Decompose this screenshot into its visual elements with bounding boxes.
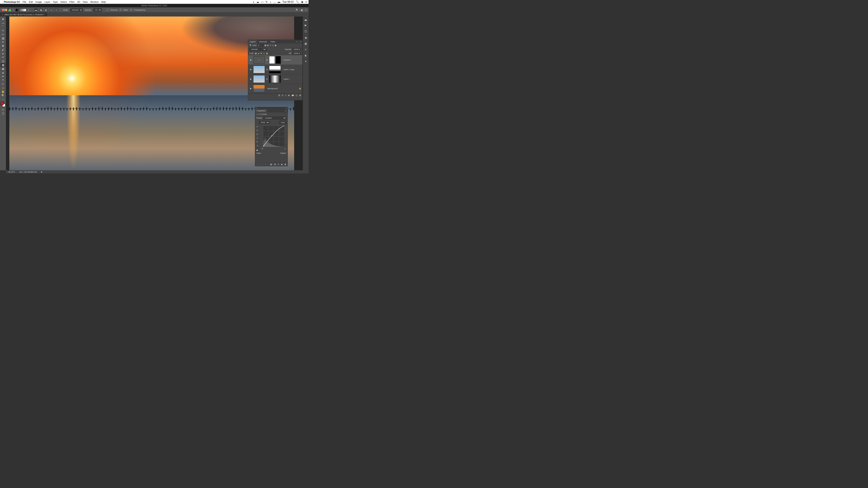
marquee-tool[interactable]: ▭ [0, 21, 5, 25]
new-group-icon[interactable]: 📁 [291, 94, 294, 96]
reset-icon[interactable]: ↻ [278, 163, 279, 165]
wifi-icon[interactable]: ⏚ [270, 0, 271, 3]
menu-layer[interactable]: Layer [44, 1, 51, 3]
spotlight-icon[interactable]: 🔍 [296, 0, 299, 3]
gradient-angle-button[interactable]: ◐ [44, 8, 48, 11]
filter-adjust-icon[interactable]: ◐ [267, 44, 269, 46]
clock[interactable]: Tue 08:02 [282, 0, 294, 3]
transparency-checkbox[interactable] [130, 9, 132, 11]
adjustments-icon[interactable]: ◐ [305, 54, 307, 57]
layer-row[interactable]: ◉ ⛓ Layer 1 copy [248, 65, 302, 74]
mask-thumbnail[interactable] [269, 66, 281, 73]
curves-channel-select[interactable]: RGB [259, 121, 270, 124]
crop-tool[interactable]: ✂ [0, 33, 5, 36]
menu-edit[interactable]: Edit [29, 1, 33, 3]
layer-name[interactable]: Layer 1 copy [283, 68, 294, 70]
close-tab-icon[interactable]: × [2, 13, 3, 16]
edit-curve-icon[interactable]: ∿ [256, 137, 258, 139]
eyedropper-tool[interactable]: ✐ [0, 40, 5, 44]
layers-icon[interactable]: ≡ [305, 48, 306, 51]
gradient-diamond-button[interactable]: ◇ [55, 8, 58, 11]
app-name[interactable]: Photoshop CC [4, 1, 20, 3]
brush-tool[interactable]: 🖌 [0, 48, 5, 52]
layer-thumbnail[interactable] [253, 66, 265, 73]
frame-tool[interactable]: ▧ [0, 36, 5, 40]
dither-checkbox[interactable] [120, 9, 122, 11]
visibility-toggle[interactable]: ◉ [249, 78, 252, 80]
lock-pixels-icon[interactable]: 🖌 [258, 52, 259, 55]
panel-menu-icon[interactable]: ≡ [299, 41, 302, 43]
mask-thumbnail[interactable] [269, 75, 281, 83]
menu-help[interactable]: Help [101, 1, 106, 3]
tab-paths[interactable]: Paths [269, 40, 277, 43]
lock-position-icon[interactable]: ✥ [260, 52, 262, 55]
color-icon[interactable]: ◉ [305, 36, 307, 39]
zoom-level[interactable]: 66.67% [8, 171, 15, 173]
menu-view[interactable]: View [83, 1, 88, 3]
layer-opacity-input[interactable]: 100% ▾ [292, 48, 301, 51]
gradient-radial-button[interactable]: ◉ [39, 8, 43, 11]
add-mask-icon[interactable]: ◻ [285, 94, 286, 96]
move-tool[interactable]: ✥ [0, 18, 5, 21]
layer-row[interactable]: ◉ ⛓ Layer 1 [248, 74, 302, 84]
zoom-tool[interactable]: 🔍 [0, 94, 5, 97]
adjustment-thumbnail[interactable]: ⎃ [253, 56, 265, 64]
tab-properties[interactable]: Properties [255, 109, 267, 112]
wifi-signal-icon[interactable]: ◡ [273, 0, 276, 3]
view-previous-icon[interactable]: ⛓ [274, 163, 276, 165]
blend-mode-select[interactable]: Normal [70, 8, 83, 12]
sync-icon[interactable]: ↻ [266, 0, 268, 3]
panel-collapse-icon[interactable]: « [286, 107, 287, 109]
share-icon[interactable]: ⇧ [305, 9, 307, 11]
visibility-toggle[interactable]: ◉ [249, 68, 252, 70]
quick-mask-tool[interactable]: ◻ [0, 107, 5, 111]
layer-thumbnail[interactable] [253, 75, 265, 83]
display-icon[interactable]: ▭ [261, 0, 264, 3]
clone-stamp-tool[interactable]: ⧇ [0, 52, 5, 56]
layer-name[interactable]: Background [268, 88, 278, 90]
notification-center-icon[interactable]: ≡ [305, 0, 307, 3]
link-icon[interactable]: ⛓ [266, 78, 268, 80]
white-slider[interactable]: △ [284, 148, 285, 150]
lock-all-icon[interactable]: 🔒 [266, 52, 268, 55]
cloud-icon[interactable]: ☁ [256, 0, 259, 3]
reverse-checkbox[interactable] [107, 9, 109, 11]
visibility-toggle[interactable]: ◉ [249, 59, 252, 61]
eraser-tool[interactable]: ◫ [0, 59, 5, 63]
menu-file[interactable]: File [23, 1, 26, 3]
lock-artboard-icon[interactable]: ▢ [263, 52, 265, 55]
menu-type[interactable]: Type [53, 1, 58, 3]
layer-row[interactable]: ◉ Background 🔒 [248, 84, 302, 93]
quick-select-tool[interactable]: ✎ [0, 29, 5, 33]
dodge-tool[interactable]: ▲ [0, 71, 5, 74]
draw-curve-icon[interactable]: ✎ [256, 141, 258, 143]
new-layer-icon[interactable]: ◫ [296, 94, 298, 96]
layer-thumbnail[interactable] [253, 85, 265, 92]
link-icon[interactable]: ⛓ [266, 59, 268, 61]
blur-tool[interactable]: ◉ [0, 67, 5, 71]
delete-layer-icon[interactable]: 🗑 [299, 94, 301, 96]
document-tab[interactable]: × d864-391.NEF @ 66.7% (Curves 1, RGB/16… [0, 12, 47, 17]
mask-thumbnail[interactable] [269, 56, 281, 64]
doc-size[interactable]: Doc: 139.3M/655.0M [19, 171, 37, 173]
lock-transparency-icon[interactable]: ▦ [255, 52, 257, 55]
new-adjustment-icon[interactable]: ◐ [288, 94, 290, 96]
clip-to-layer-icon[interactable]: ◧ [270, 163, 272, 165]
info-icon[interactable]: ⓘ [305, 30, 307, 33]
siri-icon[interactable]: ◉ [301, 0, 303, 3]
curves-graph[interactable] [263, 126, 284, 147]
black-slider[interactable]: ▲ [261, 148, 263, 150]
layer-filter-select[interactable]: ▾ [257, 44, 264, 46]
screen-mode-tool[interactable]: ▢ [0, 111, 5, 115]
menu-select[interactable]: Select [60, 1, 67, 3]
delete-adjustment-icon[interactable]: 🗑 [284, 163, 286, 165]
panel-menu-icon[interactable]: ≡ [284, 110, 287, 112]
white-point-eyedropper[interactable]: ✐ [256, 133, 258, 135]
opacity-select[interactable]: 100% [93, 8, 102, 12]
history-brush-tool[interactable]: ↶ [0, 56, 5, 59]
pen-tool[interactable]: ✒ [0, 74, 5, 78]
gray-point-eyedropper[interactable]: ✐ [256, 129, 258, 132]
layer-name[interactable]: Curves 1 [283, 59, 291, 61]
histogram-icon[interactable]: ▃ [305, 18, 307, 21]
menu-window[interactable]: Window [90, 1, 98, 3]
